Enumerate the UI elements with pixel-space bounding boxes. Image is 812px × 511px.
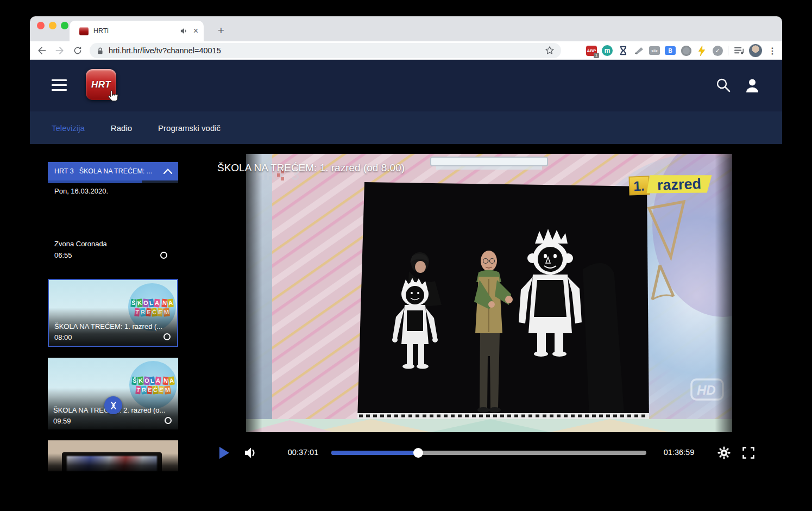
back-button[interactable] — [34, 43, 49, 58]
code-extension-icon[interactable]: </> — [649, 45, 660, 56]
settings-gear-icon[interactable] — [717, 446, 731, 459]
lock-icon — [97, 47, 104, 55]
channel-current-program: ŠKOLA NA TREĆEM: ... — [79, 167, 163, 175]
now-playing-title: ŠKOLA NA TREĆEM: 1. razred (od 8.00) — [217, 162, 405, 174]
url-text[interactable]: hrti.hrt.hr/live/tv?channel=40015 — [109, 46, 545, 55]
browser-tab-bar: HRTi × + — [30, 16, 782, 41]
browser-toolbar: hrti.hrt.hr/live/tv?channel=40015 ABP 1 … — [30, 41, 782, 60]
tab-title: HRTi — [93, 27, 180, 35]
record-icon[interactable] — [165, 417, 172, 424]
collapse-panel-button[interactable] — [104, 396, 122, 414]
window-controls — [37, 22, 68, 29]
search-icon[interactable] — [716, 78, 731, 93]
app-header: HRT — [30, 60, 782, 111]
program-time: 08:00 — [54, 333, 72, 341]
content-area: HRT 3 ŠKOLA NA TREĆEM: ... Pon, 16.03.20… — [30, 144, 782, 495]
channel-selector[interactable]: HRT 3 ŠKOLA NA TREĆEM: ... — [48, 162, 178, 180]
hrt-favicon — [79, 27, 89, 35]
nav-programski-vodic[interactable]: Programski vodič — [158, 123, 221, 133]
nav-radio[interactable]: Radio — [111, 123, 132, 133]
zoom-window-button[interactable] — [61, 22, 68, 29]
extensions-row: ABP 1 m </> B ✓ — [586, 43, 778, 58]
browser-tab[interactable]: HRTi × — [70, 21, 204, 41]
b-tag-extension-icon[interactable]: B — [665, 45, 676, 56]
hourglass-extension-icon[interactable] — [618, 45, 628, 56]
program-time: 06:55 — [54, 251, 172, 259]
adblock-badge: 1 — [594, 53, 599, 58]
record-icon[interactable] — [163, 333, 171, 340]
minimize-window-button[interactable] — [49, 22, 56, 29]
channel-progress-fill — [48, 180, 142, 183]
fullscreen-icon[interactable] — [742, 447, 754, 459]
program-title: ŠKOLA NA TREĆEM: 1. razred (... — [54, 322, 172, 331]
elapsed-time: 00:37:01 — [273, 448, 333, 457]
seek-bar[interactable] — [331, 451, 646, 455]
m-extension-icon[interactable]: m — [602, 45, 613, 56]
schedule-date: Pon, 16.03.2020. — [54, 187, 108, 195]
program-card[interactable]: ŠKOLA NATREĆEM ŠKOLA NA TREĆEM: 2. razre… — [48, 358, 178, 429]
stamp-extension-icon[interactable] — [633, 45, 644, 56]
chevron-up-icon[interactable] — [163, 169, 173, 174]
check-extension-icon[interactable]: ✓ — [712, 45, 723, 56]
mouse-cursor — [106, 90, 119, 104]
bookmark-star-icon[interactable] — [545, 46, 555, 55]
address-bar[interactable]: hrti.hrt.hr/live/tv?channel=40015 — [90, 43, 561, 58]
record-icon[interactable] — [160, 252, 167, 259]
program-time: 09:59 — [53, 417, 71, 425]
media-controls-icon[interactable] — [733, 45, 744, 56]
program-card-selected[interactable]: ŠKOLA NATREĆEM ŠKOLA NA TREĆEM: 1. razre… — [48, 279, 178, 347]
tab-audio-icon[interactable] — [180, 27, 188, 35]
program-title: Zvona Coronada — [54, 240, 172, 248]
new-tab-button[interactable]: + — [213, 23, 229, 38]
nav-televizija[interactable]: Televizija — [52, 123, 85, 133]
player-controls: 00:37:01 01:36:59 — [30, 432, 782, 465]
svg-text:razred: razred — [657, 176, 702, 194]
channel-name: HRT 3 — [54, 167, 74, 175]
close-tab-icon[interactable]: × — [193, 27, 198, 35]
remaining-time: 01:36:59 — [654, 448, 703, 457]
channel-progress-bar — [48, 180, 178, 183]
button-extension-icon[interactable] — [681, 45, 691, 56]
profile-icon[interactable] — [745, 78, 760, 93]
hrti-page: HRT Televizija Radio Programski vodič — [30, 60, 782, 495]
reload-button[interactable] — [70, 43, 85, 58]
volume-icon[interactable] — [244, 446, 257, 459]
video-content: HRT 3 1. razred HD — [246, 154, 732, 432]
collapse-arrows-icon — [108, 400, 119, 411]
screen: HRTi × + — [0, 0, 812, 511]
browser-menu-icon[interactable]: ⋮ — [767, 45, 778, 56]
section-nav: Televizija Radio Programski vodič — [30, 111, 782, 144]
lightning-extension-icon[interactable] — [696, 45, 707, 56]
player-progress-fill — [331, 451, 418, 455]
player-progress-thumb[interactable] — [413, 448, 423, 458]
browser-window: HRTi × + — [30, 16, 782, 495]
forward-button[interactable] — [52, 43, 67, 58]
play-button[interactable] — [219, 447, 229, 459]
toolbar-divider — [728, 46, 728, 55]
razred-badge: 1. razred — [629, 173, 712, 195]
menu-hamburger-icon[interactable] — [52, 79, 67, 91]
video-frame[interactable]: HRT 3 1. razred HD — [246, 154, 732, 432]
svg-text:1.: 1. — [633, 178, 645, 194]
browser-profile-avatar[interactable] — [749, 44, 762, 57]
adblock-extension-icon[interactable]: ABP 1 — [586, 45, 597, 56]
close-window-button[interactable] — [37, 22, 45, 29]
program-list-item[interactable]: Zvona Coronada 06:55 — [54, 240, 172, 259]
svg-text:HD: HD — [697, 383, 716, 397]
